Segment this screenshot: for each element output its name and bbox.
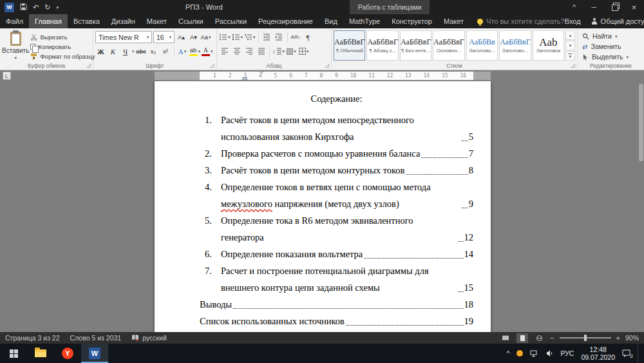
style-no-spacing[interactable]: АаБбВвГ ¶ Без инте... xyxy=(400,30,431,61)
styles-more-button[interactable]: ▼ xyxy=(565,51,575,61)
numbering-button[interactable]: ▾ xyxy=(232,31,243,43)
tab-mathtype[interactable]: MathType xyxy=(343,14,386,28)
superscript-button[interactable]: x² xyxy=(160,45,171,57)
vertical-scrollbar[interactable] xyxy=(639,84,643,161)
zoom-level[interactable]: 90% xyxy=(625,334,639,342)
select-button[interactable]: Выделить ▾ xyxy=(582,53,642,61)
customize-qat-icon[interactable]: ▾ xyxy=(56,5,59,10)
undo-icon[interactable]: ↶ xyxy=(33,4,39,11)
spell-check-status[interactable]: русский xyxy=(131,334,167,342)
borders-button[interactable]: ▾ xyxy=(298,45,309,57)
increase-indent-button[interactable] xyxy=(274,31,285,43)
horizontal-ruler[interactable]: 1 2 3 4 5 6 7 8 9 10 11 12 13 14 15 16 xyxy=(155,72,491,80)
style-heading2[interactable]: АаБбВвГ Заголово... xyxy=(499,30,531,61)
show-marks-button[interactable]: ¶ xyxy=(303,31,314,43)
action-center-button[interactable]: 2 xyxy=(622,349,630,357)
tab-view[interactable]: Вид xyxy=(319,14,343,28)
volume-icon[interactable] xyxy=(545,349,553,357)
bold-button[interactable]: Ж xyxy=(95,45,106,57)
tab-review[interactable]: Рецензирование xyxy=(252,14,319,28)
shading-button[interactable]: ▾ xyxy=(286,45,297,57)
underline-button[interactable]: Ч xyxy=(120,45,131,57)
text-effects-button[interactable]: А ▾ xyxy=(177,45,188,57)
word-app-icon[interactable]: W xyxy=(5,3,14,12)
tab-insert[interactable]: Вставка xyxy=(68,14,106,28)
cloud-sync-icon[interactable] xyxy=(516,350,523,357)
copy-button[interactable]: Копировать xyxy=(29,42,96,51)
highlight-button[interactable]: ab ▾ xyxy=(189,45,201,57)
style-normal[interactable]: АаБбВвГ ¶ Обычный xyxy=(334,30,365,61)
style-body[interactable]: АаБбВвГ Основно... xyxy=(433,30,464,61)
hidden-icons-chevron[interactable]: ^ xyxy=(507,350,510,357)
print-layout-button[interactable] xyxy=(516,333,528,343)
zoom-out-button[interactable]: − xyxy=(550,334,554,342)
styles-scroll-down-button[interactable]: ▼ xyxy=(565,41,575,50)
redo-icon[interactable]: ↻ xyxy=(44,4,50,11)
styles-scroll-up-button[interactable]: ▲ xyxy=(565,30,575,40)
web-layout-button[interactable] xyxy=(533,333,545,343)
style-paragraph[interactable]: АаБбВвГ ¶ Абзац с... xyxy=(366,30,398,61)
tell-me-box[interactable]: Что вы хотите сделать? xyxy=(477,14,565,28)
style-title[interactable]: Аab Заголовок xyxy=(533,30,564,61)
left-indent-marker[interactable] xyxy=(242,77,247,80)
font-size-combo[interactable]: 16 ▾ xyxy=(153,31,175,43)
share-button[interactable]: Общий доступ xyxy=(591,17,644,25)
keyboard-language-indicator[interactable]: РУС xyxy=(560,349,574,357)
tab-design[interactable]: Дизайн xyxy=(106,14,141,28)
yandex-browser-button[interactable]: Y xyxy=(54,344,81,363)
strikethrough-button[interactable]: abc xyxy=(136,45,147,57)
first-line-indent-marker[interactable] xyxy=(259,72,264,75)
word-count-status[interactable]: Слово 5 из 2031 xyxy=(70,334,122,342)
bullets-button[interactable]: ▾ xyxy=(219,31,231,43)
grow-font-button[interactable]: А▴ xyxy=(176,31,187,43)
justify-button[interactable] xyxy=(256,45,267,57)
shrink-font-button[interactable]: А▾ xyxy=(188,31,199,43)
sort-button[interactable]: АЯ↓ xyxy=(290,31,301,43)
save-icon[interactable] xyxy=(20,3,27,12)
tab-home[interactable]: Главная xyxy=(29,14,68,28)
read-mode-button[interactable] xyxy=(500,333,511,343)
format-painter-button[interactable]: Формат по образцу xyxy=(29,52,96,61)
multilevel-list-button[interactable]: ▾ xyxy=(244,31,256,43)
document-page[interactable]: Содержание: 1. Расчёт токов в цепи метод… xyxy=(155,81,491,332)
font-family-combo[interactable]: Times New R ▾ xyxy=(95,31,152,43)
tab-table-layout[interactable]: Макет xyxy=(438,14,469,28)
subscript-button[interactable]: x₂ xyxy=(148,45,159,57)
restore-button[interactable] xyxy=(604,0,624,14)
paragraph-dialog-launcher-icon[interactable]: ◿ xyxy=(325,63,329,68)
styles-dialog-launcher-icon[interactable]: ◿ xyxy=(571,63,575,68)
change-case-button[interactable]: Аа ▾ xyxy=(200,31,211,43)
close-button[interactable]: × xyxy=(624,0,644,14)
replace-button[interactable]: ⇄ Заменить xyxy=(582,43,642,50)
tab-references[interactable]: Ссылки xyxy=(173,14,209,28)
minimize-button[interactable]: ─ xyxy=(584,0,604,14)
align-right-button[interactable] xyxy=(243,45,254,57)
clipboard-dialog-launcher-icon[interactable]: ◿ xyxy=(87,63,91,68)
document-area[interactable]: Содержание: 1. Расчёт токов в цепи метод… xyxy=(0,81,644,332)
align-center-button[interactable] xyxy=(231,45,242,57)
caret-down-icon[interactable]: ▾ xyxy=(132,49,135,54)
font-color-button[interactable]: А ▾ xyxy=(202,45,213,57)
tab-stop-selector[interactable]: L xyxy=(3,72,11,80)
cut-button[interactable]: Вырезать xyxy=(29,32,96,41)
file-explorer-button[interactable] xyxy=(27,344,54,363)
zoom-slider-thumb[interactable] xyxy=(584,335,587,341)
network-icon[interactable] xyxy=(530,350,538,357)
language-status[interactable]: русский xyxy=(142,334,167,342)
clock[interactable]: 12:48 09.07.2020 xyxy=(581,346,615,361)
paste-button[interactable]: Вставить ▾ xyxy=(2,30,29,61)
tab-mailings[interactable]: Рассылки xyxy=(209,14,252,28)
decrease-indent-button[interactable] xyxy=(261,31,272,43)
zoom-slider[interactable] xyxy=(560,337,611,338)
tab-table-design[interactable]: Конструктор xyxy=(386,14,438,28)
sign-in-link[interactable]: Вход xyxy=(565,17,581,25)
tab-file[interactable]: Файл xyxy=(0,14,29,28)
find-button[interactable]: Найти ▾ xyxy=(582,32,642,40)
line-spacing-button[interactable]: ↕ ▾ xyxy=(272,45,285,57)
word-taskbar-button[interactable]: W xyxy=(81,344,108,363)
italic-button[interactable]: К xyxy=(108,45,118,57)
start-button[interactable] xyxy=(0,344,27,363)
font-dialog-launcher-icon[interactable]: ◿ xyxy=(211,63,214,68)
align-left-button[interactable] xyxy=(219,45,230,57)
show-desktop-button[interactable] xyxy=(638,344,641,363)
